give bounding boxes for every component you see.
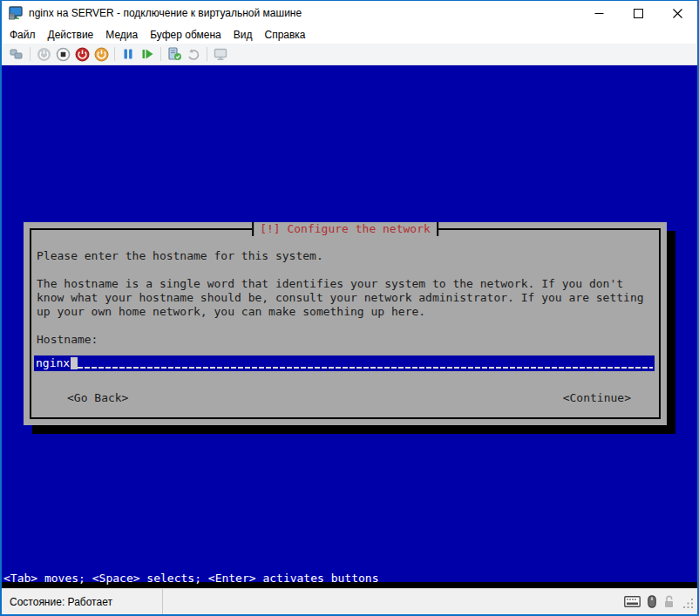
menu-clipboard[interactable]: Буфер обмена <box>144 27 227 43</box>
enhanced-session-icon <box>214 48 228 61</box>
hyper-v-vm-icon <box>9 6 24 20</box>
dialog-content: Please enter the hostname for this syste… <box>37 249 654 405</box>
toolbar-separator <box>160 47 161 61</box>
menu-view[interactable]: Вид <box>227 27 259 43</box>
close-button[interactable] <box>658 1 697 25</box>
unlock-icon <box>663 595 675 608</box>
revert-icon <box>187 48 200 61</box>
close-icon <box>673 9 682 18</box>
hostname-input[interactable]: nginx <box>34 355 655 371</box>
turn-off-button[interactable] <box>53 45 72 63</box>
start-icon <box>37 47 51 62</box>
hostname-input-value: nginx <box>36 356 70 370</box>
shutdown-icon <box>75 47 90 62</box>
pause-icon <box>122 48 134 60</box>
vmconnect-window: nginx на SERVER - подключение к виртуаль… <box>0 0 699 616</box>
menu-help[interactable]: Справка <box>258 27 311 43</box>
toolbar-separator <box>114 47 115 61</box>
configure-network-dialog: [!] Configure the network Please enter t… <box>24 222 667 425</box>
vm-display[interactable]: [!] Configure the network Please enter t… <box>2 65 697 588</box>
minimize-button[interactable] <box>580 1 619 25</box>
menu-file[interactable]: Файл <box>3 27 42 43</box>
resize-grip[interactable] <box>683 597 695 613</box>
turn-off-icon <box>56 47 71 62</box>
blank-line <box>37 263 654 277</box>
shutdown-button[interactable] <box>72 45 92 63</box>
reset-button[interactable] <box>138 45 157 63</box>
text-cursor <box>71 357 78 369</box>
dialog-button-row: <Go Back> <Continue> <box>37 391 654 405</box>
maximize-button[interactable] <box>619 1 658 25</box>
continue-button[interactable]: <Continue> <box>563 391 631 405</box>
ctrl-alt-del-icon <box>10 48 24 60</box>
status-bar: Состояние: Работает <box>2 588 697 614</box>
checkpoint-button[interactable] <box>165 45 184 63</box>
menu-bar: Файл Действие Медиа Буфер обмена Вид Спр… <box>2 25 697 44</box>
caption-buttons <box>580 1 697 25</box>
title-bar: nginx на SERVER - подключение к виртуаль… <box>2 1 697 25</box>
toolbar-separator <box>30 47 31 61</box>
ctrl-alt-del-button[interactable] <box>7 45 26 63</box>
minimize-icon <box>594 9 604 18</box>
maximize-icon <box>634 9 643 18</box>
vm-state-text: Состояние: Работает <box>2 596 112 608</box>
start-button[interactable] <box>34 45 53 63</box>
hostname-label: Hostname: <box>37 333 654 347</box>
dialog-title: [!] Configure the network <box>252 222 438 236</box>
intro-line: Please enter the hostname for this syste… <box>37 249 654 263</box>
paragraph-line: know what your hostname should be, consu… <box>37 291 654 305</box>
enhanced-session-button[interactable] <box>211 45 230 63</box>
save-icon <box>94 47 109 62</box>
menu-action[interactable]: Действие <box>42 27 100 43</box>
window-title: nginx на SERVER - подключение к виртуаль… <box>29 7 302 19</box>
revert-button[interactable] <box>184 45 203 63</box>
checkpoint-icon <box>167 47 182 61</box>
save-button[interactable] <box>92 45 111 63</box>
keyboard-capture-icon <box>624 596 641 607</box>
keyboard-hint-line: <Tab> moves; <Space> selects; <Enter> ac… <box>3 571 378 586</box>
go-back-button[interactable]: <Go Back> <box>67 391 128 405</box>
pause-button[interactable] <box>119 45 138 63</box>
entry-underscore-fill <box>78 356 653 370</box>
paragraph-line: up your own home network, you can make s… <box>37 305 654 319</box>
paragraph-line: The hostname is a single word that ident… <box>37 277 654 291</box>
status-section: Состояние: Работает <box>2 589 163 614</box>
mouse-capture-icon <box>648 595 656 608</box>
toolbar <box>2 44 697 65</box>
reset-icon <box>141 48 154 60</box>
toolbar-separator <box>207 47 207 61</box>
menu-media[interactable]: Медиа <box>99 27 144 43</box>
